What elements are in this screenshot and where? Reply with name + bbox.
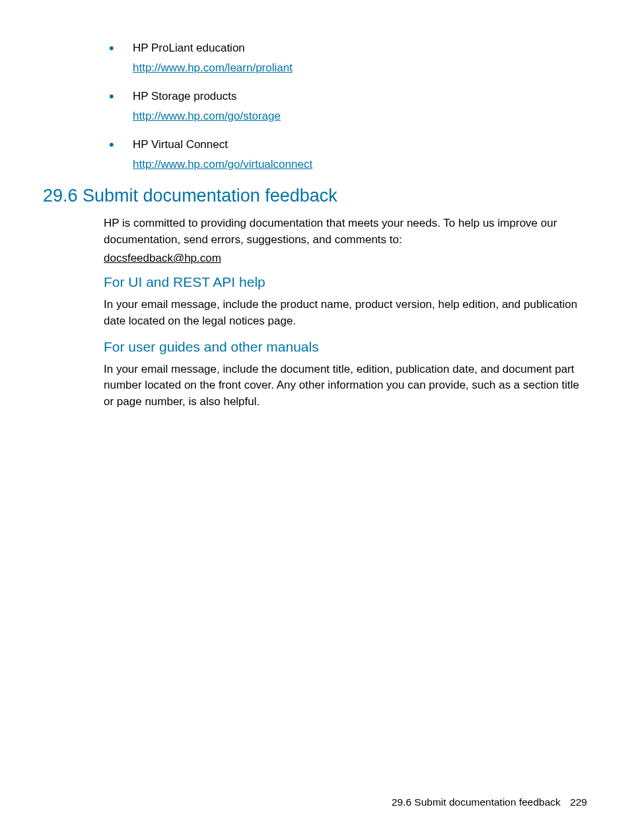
list-item-link[interactable]: http://www.hp.com/go/storage	[133, 108, 281, 125]
list-item-link[interactable]: http://www.hp.com/go/virtualconnect	[133, 156, 312, 173]
footer-page-number: 229	[570, 796, 587, 808]
resources-list: HP ProLiant education http://www.hp.com/…	[109, 40, 587, 172]
list-item-text: HP ProLiant education	[133, 40, 587, 57]
section-heading: 29.6 Submit documentation feedback	[43, 186, 587, 206]
subsection-body: In your email message, include the produ…	[104, 297, 587, 329]
footer-section-title: 29.6 Submit documentation feedback	[392, 796, 561, 808]
list-item-text: HP Virtual Connect	[133, 136, 587, 153]
subsection-heading-manuals: For user guides and other manuals	[104, 339, 587, 355]
list-item: HP Storage products http://www.hp.com/go…	[109, 88, 587, 124]
list-item: HP ProLiant education http://www.hp.com/…	[109, 40, 587, 76]
list-item-text: HP Storage products	[133, 88, 587, 105]
intro-paragraph: HP is committed to providing documentati…	[104, 215, 587, 248]
list-item: HP Virtual Connect http://www.hp.com/go/…	[109, 136, 587, 172]
list-item-link[interactable]: http://www.hp.com/learn/proliant	[133, 59, 293, 77]
page-footer: 29.6 Submit documentation feedback 229	[392, 796, 587, 808]
page-content: HP ProLiant education http://www.hp.com/…	[0, 0, 630, 410]
subsection-heading-ui-rest: For UI and REST API help	[104, 274, 587, 290]
feedback-email-link[interactable]: docsfeedback@hp.com	[104, 252, 221, 265]
subsection-body: In your email message, include the docum…	[104, 362, 587, 410]
